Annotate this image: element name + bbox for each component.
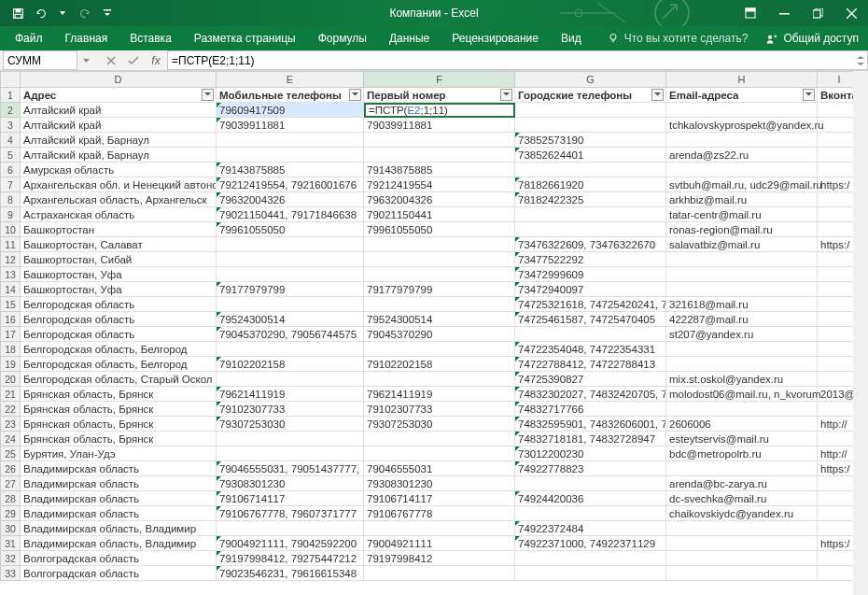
cell[interactable]: 74832717766 xyxy=(515,402,666,417)
cell[interactable]: 74722788412, 74722788413 xyxy=(515,357,666,372)
row-header[interactable]: 24 xyxy=(0,432,21,446)
undo-icon[interactable] xyxy=(30,3,50,23)
filter-dropdown-icon[interactable] xyxy=(651,89,664,101)
filter-dropdown-icon[interactable] xyxy=(202,89,214,101)
row-header[interactable]: 15 xyxy=(0,297,21,312)
cell[interactable]: Астраханская область xyxy=(21,207,217,222)
filter-dropdown-icon[interactable] xyxy=(803,89,815,101)
row-header[interactable]: 32 xyxy=(0,551,21,566)
cell[interactable] xyxy=(666,461,818,476)
cell[interactable]: Алтайский край xyxy=(21,103,217,118)
cell[interactable] xyxy=(364,252,515,267)
cell[interactable]: 74725321618, 74725420241, 7472 xyxy=(515,297,666,312)
cell[interactable] xyxy=(515,566,666,581)
row-header[interactable]: 11 xyxy=(0,237,21,252)
cell[interactable]: Волгоградская область xyxy=(21,566,217,581)
cell[interactable]: st207@yandex.ru xyxy=(666,327,818,342)
cell[interactable]: 79102307733 xyxy=(364,402,515,417)
cell[interactable]: 79102202158 xyxy=(217,357,364,372)
cell[interactable]: 2606006 xyxy=(666,417,818,432)
cell[interactable]: mix.st.oskol@yandex.ru xyxy=(666,372,818,387)
fx-icon[interactable]: fx xyxy=(145,50,167,70)
row-header[interactable]: 14 xyxy=(0,282,21,297)
cell[interactable] xyxy=(666,521,818,536)
cell[interactable]: 78182661920 xyxy=(515,177,666,192)
minimize-icon[interactable] xyxy=(767,0,801,26)
cell[interactable] xyxy=(515,207,666,222)
cell[interactable]: 79212419554, 79216001676 xyxy=(217,177,364,192)
cell[interactable]: Брянская область, Брянск xyxy=(21,417,217,432)
row-header[interactable]: 31 xyxy=(0,536,21,551)
row-header[interactable]: 10 xyxy=(0,222,21,237)
tell-me-search[interactable]: Что вы хотите сделать? xyxy=(608,32,749,45)
cell[interactable]: arenda@bc-zarya.ru xyxy=(666,476,818,491)
cell[interactable]: =ПСТР(E2;1;11) xyxy=(364,103,515,118)
qat-customize-icon[interactable] xyxy=(97,3,118,23)
row-header[interactable]: 6 xyxy=(0,163,21,177)
cell[interactable]: Архангельская обл. и Ненецкий автоном xyxy=(21,177,217,192)
name-box-dropdown-icon[interactable] xyxy=(79,50,92,70)
cell[interactable]: Башкортостан, Сибай xyxy=(21,252,217,267)
cell[interactable]: ronas-region@mail.ru xyxy=(666,222,818,237)
cell[interactable] xyxy=(217,133,364,148)
cell[interactable]: Алтайский край, Барнаул xyxy=(21,133,217,148)
cell[interactable] xyxy=(364,521,515,536)
tab-formulas[interactable]: Формулы xyxy=(307,26,378,50)
cell[interactable] xyxy=(666,133,818,148)
cell[interactable]: 79524300514 xyxy=(217,312,364,327)
cell[interactable]: esteytservis@mail.ru xyxy=(666,432,818,446)
cell[interactable] xyxy=(515,118,666,133)
spreadsheet-grid[interactable]: DEFGHI 1АдресМобильные телефоныПервый но… xyxy=(0,71,868,595)
cell[interactable]: 79039911881 xyxy=(364,118,515,133)
row-header[interactable]: 21 xyxy=(0,387,21,402)
header-cell[interactable]: Мобильные телефоны xyxy=(217,88,364,103)
cell[interactable]: 74922778823 xyxy=(515,461,666,476)
row-header[interactable]: 18 xyxy=(0,342,21,357)
cell[interactable]: Брянская область, Брянск xyxy=(21,432,217,446)
cell[interactable]: 79143875885 xyxy=(364,163,515,177)
cell[interactable]: Владимирская область, Владимир xyxy=(21,521,217,536)
row-header[interactable]: 26 xyxy=(0,461,21,476)
row-header[interactable]: 5 xyxy=(0,148,21,163)
cell[interactable]: 79632004326 xyxy=(217,192,364,207)
cell[interactable]: 79004921111 xyxy=(364,536,515,551)
cell[interactable] xyxy=(217,446,364,461)
column-header-G[interactable]: G xyxy=(515,71,666,88)
cell[interactable]: 79021150441 xyxy=(364,207,515,222)
cell[interactable]: arenda@zs22.ru xyxy=(666,148,818,163)
cell[interactable]: Владимирская область xyxy=(21,506,217,521)
cell[interactable]: tchkalovskyprospekt@yandex.ru xyxy=(666,118,818,133)
row-header[interactable]: 29 xyxy=(0,506,21,521)
row-header[interactable]: 22 xyxy=(0,402,21,417)
cell[interactable]: Башкортостан, Салават xyxy=(21,237,217,252)
cell[interactable]: 74832718181, 74832728947 xyxy=(515,432,666,446)
tab-view[interactable]: Вид xyxy=(550,26,593,50)
cell[interactable] xyxy=(515,222,666,237)
cell[interactable]: bdc@metropolrb.ru xyxy=(666,446,818,461)
cell[interactable]: 79308301230 xyxy=(364,476,515,491)
cell[interactable]: Белгородская область, Старый Оскол xyxy=(21,372,217,387)
row-header[interactable]: 23 xyxy=(0,417,21,432)
cell[interactable]: 79609417509 xyxy=(217,103,364,118)
close-icon[interactable] xyxy=(834,0,868,26)
row-header[interactable]: 3 xyxy=(0,118,21,133)
formula-expand-icon[interactable] xyxy=(853,50,868,70)
tab-home[interactable]: Главная xyxy=(54,26,119,50)
cell[interactable]: 73477522292 xyxy=(515,252,666,267)
column-header-D[interactable]: D xyxy=(21,71,217,88)
cell[interactable] xyxy=(666,536,818,551)
cell[interactable] xyxy=(364,372,515,387)
cell[interactable] xyxy=(666,267,818,282)
cell[interactable]: 79961055050 xyxy=(364,222,515,237)
cell[interactable] xyxy=(515,327,666,342)
cell[interactable]: 422287@mail.ru xyxy=(666,312,818,327)
cell[interactable]: 79102202158 xyxy=(364,357,515,372)
filter-dropdown-icon[interactable] xyxy=(349,89,361,101)
row-header[interactable]: 19 xyxy=(0,357,21,372)
cell[interactable] xyxy=(217,267,364,282)
tab-data[interactable]: Данные xyxy=(378,26,441,50)
cell[interactable]: 79106767778 xyxy=(364,506,515,521)
cell[interactable]: Башкортостан, Уфа xyxy=(21,267,217,282)
cell[interactable]: 79045370290 xyxy=(364,327,515,342)
row-header[interactable]: 16 xyxy=(0,312,21,327)
